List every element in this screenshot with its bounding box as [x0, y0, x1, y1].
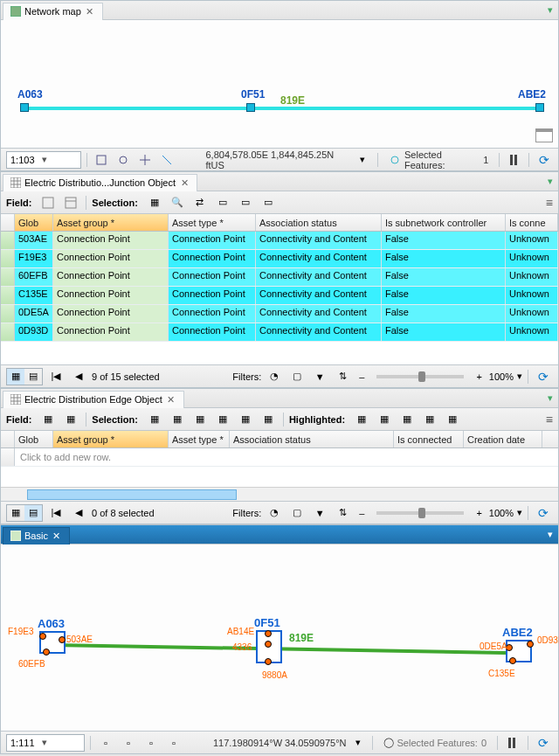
prev-record-button[interactable]: ◀ [69, 504, 88, 522]
zoom-slider[interactable] [376, 511, 464, 515]
constraints-icon[interactable] [158, 151, 176, 169]
add-field-icon[interactable] [38, 194, 58, 212]
map2-tab[interactable]: Basic ✕ [3, 527, 70, 544]
refresh-button[interactable]: ⟳ [534, 368, 553, 385]
selected-features[interactable]: Selected Features: 1 [383, 149, 493, 170]
table1-tab[interactable]: Electric Distributio...Junction Object ✕ [3, 174, 197, 191]
junction-dot[interactable] [265, 630, 272, 637]
map1-canvas[interactable]: A063 0F51 ABE2 819E [1, 20, 558, 148]
zoom-plus-button[interactable]: + [473, 371, 485, 382]
table-row[interactable]: C135EConnection PointConnection PointCon… [1, 287, 558, 305]
clear-sel-icon[interactable]: ▦ [213, 411, 232, 428]
coord-menu-icon[interactable]: ▾ [355, 737, 361, 748]
scale-combo[interactable]: 1:111▾ [6, 734, 85, 752]
row-handle[interactable] [1, 250, 15, 267]
col-asset-group[interactable]: Asset group * [53, 431, 169, 447]
zoom-to-selection-icon[interactable]: 🔍 [168, 194, 187, 212]
rotate-icon[interactable] [93, 151, 111, 169]
zoom-sel-icon[interactable]: ▦ [168, 411, 187, 428]
junction-dot[interactable] [39, 633, 46, 640]
calc-field-icon[interactable]: ▦ [61, 411, 80, 428]
grid-icon[interactable]: ▫ [141, 734, 161, 752]
row-handle[interactable] [1, 287, 15, 304]
row-selector-header[interactable] [1, 431, 15, 447]
table-row[interactable]: 0D93DConnection PointConnection PointCon… [1, 323, 558, 342]
node-a063[interactable] [20, 103, 29, 112]
popup-icon[interactable] [535, 128, 553, 142]
delete-selection-icon[interactable]: ▭ [236, 194, 255, 212]
panel-menu-icon[interactable]: ▾ [544, 392, 556, 404]
table-row[interactable]: F19E3Connection PointConnection PointCon… [1, 250, 558, 268]
table2-tab[interactable]: Electric Distribution Edge Object ✕ [3, 391, 184, 408]
filter-sort-icon[interactable]: ⇅ [333, 368, 352, 385]
delete-sel-icon[interactable]: ▦ [236, 411, 255, 428]
row-handle[interactable] [1, 323, 15, 341]
map2-canvas[interactable]: A063 0F51 819E ABE2 F19E3503AE60EFBAB14E… [1, 544, 558, 731]
pause-drawing-button[interactable] [503, 734, 522, 752]
zoom-minus-button[interactable]: – [355, 371, 368, 382]
switch-selection-icon[interactable]: ⇄ [190, 194, 210, 212]
col-asset-group[interactable]: Asset group * [53, 214, 169, 231]
map1-tab[interactable]: Network map ✕ [3, 3, 103, 20]
filter-time-icon[interactable]: ◔ [265, 368, 284, 385]
junction-dot[interactable] [265, 641, 272, 648]
snap-icon[interactable]: ▫ [119, 734, 138, 752]
switch-sel-icon[interactable]: ▦ [190, 411, 210, 428]
table2-body[interactable]: Click to add new row. [1, 448, 558, 487]
close-icon[interactable]: ✕ [85, 6, 95, 17]
first-record-button[interactable]: |◀ [46, 504, 66, 522]
col-connected[interactable]: Is connected [394, 431, 464, 447]
node-abe2[interactable] [535, 103, 544, 112]
col-glob[interactable]: Glob [15, 431, 53, 447]
zoom-plus-button[interactable]: + [473, 508, 485, 518]
table-row[interactable]: 503AEConnection PointConnection PointCon… [1, 232, 558, 250]
filter-sort-icon[interactable]: ⇅ [333, 504, 352, 522]
hl-5-icon[interactable]: ▦ [443, 411, 462, 428]
select-by-attrs-icon[interactable]: ▦ [145, 194, 164, 212]
col-creation[interactable]: Creation date [464, 431, 542, 447]
show-all-button[interactable]: ▦ [7, 369, 24, 385]
coord-menu-icon[interactable]: ▾ [356, 154, 369, 165]
add-field-icon[interactable]: ▦ [38, 411, 58, 428]
hl-2-icon[interactable]: ▦ [375, 411, 394, 428]
close-icon[interactable]: ✕ [179, 177, 190, 188]
junction-dot[interactable] [43, 648, 50, 655]
zoom-menu-icon[interactable]: ▾ [517, 371, 522, 382]
filter-funnel-icon[interactable]: ▼ [310, 368, 329, 385]
snap-icon[interactable] [114, 151, 133, 169]
panel-menu-icon[interactable]: ▾ [544, 176, 556, 187]
pause-drawing-button[interactable] [505, 151, 523, 169]
hamburger-menu-icon[interactable]: ≡ [546, 413, 553, 427]
col-assoc[interactable]: Association status [230, 431, 394, 447]
clear-selection-icon[interactable]: ▭ [213, 194, 232, 212]
scale-combo[interactable]: 1:103▾ [6, 151, 81, 169]
table-row[interactable]: 60EFBConnection PointConnection PointCon… [1, 268, 558, 287]
show-selected-button[interactable]: ▤ [24, 505, 42, 521]
row-handle[interactable] [1, 448, 15, 466]
table-row[interactable]: 0DE5AConnection PointConnection PointCon… [1, 305, 558, 323]
close-icon[interactable]: ✕ [52, 531, 62, 541]
col-asset-type[interactable]: Asset type * [169, 214, 256, 231]
junction-dot[interactable] [59, 636, 66, 643]
col-subnet[interactable]: Is subnetwork controller [382, 214, 506, 231]
row-selector-header[interactable] [1, 214, 15, 231]
copy-sel-icon[interactable]: ▦ [259, 411, 278, 428]
add-row[interactable]: Click to add new row. [1, 448, 558, 467]
hl-3-icon[interactable]: ▦ [397, 411, 417, 428]
zoom-slider[interactable] [376, 375, 464, 378]
row-handle[interactable] [1, 268, 15, 286]
col-asset-type[interactable]: Asset type * [169, 431, 230, 447]
col-glob[interactable]: Glob [15, 214, 53, 231]
refresh-button[interactable]: ⟳ [534, 504, 553, 522]
col-connected[interactable]: Is conne [506, 214, 558, 231]
grid-icon[interactable] [136, 151, 155, 169]
copy-selection-icon[interactable]: ▭ [259, 194, 278, 212]
show-selected-button[interactable]: ▤ [24, 369, 42, 385]
refresh-button[interactable]: ⟳ [535, 151, 553, 169]
node-0f51[interactable] [246, 103, 255, 112]
show-all-button[interactable]: ▦ [7, 505, 24, 521]
junction-dot[interactable] [527, 641, 534, 648]
zoom-minus-button[interactable]: – [355, 508, 368, 518]
select-attrs-icon[interactable]: ▦ [145, 411, 164, 428]
filter-extent-icon[interactable]: ▢ [287, 368, 307, 385]
